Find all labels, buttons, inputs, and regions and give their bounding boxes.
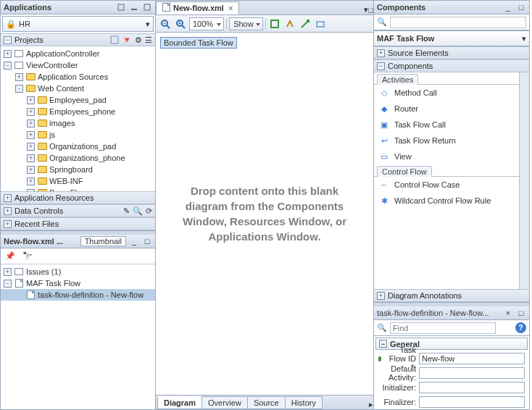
property-input[interactable] (419, 382, 525, 393)
minimize-icon[interactable]: _ (129, 236, 139, 246)
close-tab-icon[interactable]: × (228, 4, 233, 12)
tree-row[interactable]: +Springboard (1, 164, 155, 175)
dc-tool-2[interactable]: 🔍 (133, 206, 143, 216)
region-tool-icon[interactable] (268, 17, 281, 30)
zoom-level-combo[interactable]: 100% (189, 17, 224, 30)
component-item[interactable]: ▭View (374, 148, 519, 164)
view-tab-source[interactable]: Source (247, 396, 286, 409)
expand-icon[interactable]: + (15, 73, 23, 81)
tree-row[interactable]: +WEB-INF (1, 175, 155, 187)
property-input[interactable] (419, 367, 525, 379)
tree-row[interactable]: +Employees_phone (1, 106, 155, 117)
component-item[interactable]: ▣Task Flow Call (374, 117, 519, 133)
components-panel-header: Components _ □ (374, 1, 529, 14)
zoom-out-icon[interactable] (159, 17, 172, 30)
tree-row[interactable]: -MAF Task Flow (1, 277, 155, 289)
expand-icon[interactable]: + (27, 166, 35, 174)
zoom-in-icon[interactable] (174, 17, 187, 30)
expand-icon[interactable]: + (27, 108, 35, 116)
component-item[interactable]: ↩Task Flow Return (374, 133, 519, 148)
collapse-icon[interactable]: - (4, 280, 12, 288)
flow-tool-icon[interactable] (283, 17, 296, 30)
projects-toolbar-3[interactable]: ⚙ (135, 35, 142, 45)
collapse-icon[interactable]: − (377, 62, 385, 70)
view-tab-diagram[interactable]: Diagram (157, 396, 202, 409)
component-item[interactable]: ✱Wildcard Control Flow Rule (374, 193, 519, 209)
thumbnail-tab[interactable]: Thumbnail (80, 236, 126, 246)
expand-icon[interactable]: + (4, 194, 12, 202)
component-item[interactable]: ◇Method Call (374, 85, 519, 101)
show-menu-button[interactable]: Show (229, 17, 263, 30)
recent-files-header[interactable]: +Recent Files (1, 217, 155, 230)
component-item[interactable]: ◆Router (374, 101, 519, 117)
data-controls-header[interactable]: +Data Controls ✎🔍⟳ (1, 204, 155, 217)
projects-toolbar-2[interactable]: 🔻 (122, 35, 132, 45)
expand-icon[interactable]: + (27, 154, 35, 162)
expand-icon[interactable]: + (4, 220, 12, 228)
expand-icon[interactable]: + (4, 268, 12, 276)
tree-row[interactable]: -Web Content (1, 83, 155, 94)
projects-toolbar-1[interactable] (110, 35, 119, 44)
expand-icon[interactable]: + (27, 177, 35, 185)
collapse-icon[interactable]: - (4, 62, 12, 70)
restore-icon[interactable]: □ (516, 2, 526, 12)
tree-row[interactable]: +Employees_pad (1, 94, 155, 106)
maximize-icon[interactable]: □ (368, 6, 373, 14)
tree-row[interactable]: +Application Sources (1, 71, 155, 83)
tree-row[interactable]: +js (1, 129, 155, 141)
restore-icon[interactable]: □ (142, 236, 152, 246)
help-icon[interactable]: ? (515, 322, 526, 333)
expand-icon[interactable]: + (27, 120, 35, 127)
tree-row[interactable]: +Issues (1) (1, 266, 155, 277)
components-scrollbar[interactable] (519, 72, 529, 289)
tree-row[interactable]: +Organizations_phone (1, 152, 155, 164)
application-selector[interactable]: 🔒 HR ▾ (2, 16, 154, 32)
property-input[interactable] (419, 353, 525, 364)
diagram-annotations-header[interactable]: +Diagram Annotations (374, 289, 529, 302)
components-section-header[interactable]: −Components (374, 59, 529, 72)
expand-icon[interactable]: + (4, 50, 12, 58)
dc-tool-1[interactable]: ✎ (123, 206, 130, 216)
structure-panel-header: New-flow.xml ... Thumbnail _ □ (1, 235, 155, 248)
collapse-icon[interactable]: − (4, 36, 12, 44)
expand-icon[interactable]: + (27, 143, 35, 151)
app-resources-header[interactable]: +Application Resources (1, 191, 155, 204)
expand-icon[interactable]: + (4, 207, 12, 215)
expand-icon[interactable]: + (27, 96, 35, 104)
editor-tab[interactable]: New-flow.xml × (156, 1, 239, 14)
expand-icon[interactable]: + (27, 131, 35, 139)
projects-section-header[interactable]: − Projects 🔻 ⚙ ☰ (1, 33, 155, 46)
panel-menu-icon[interactable] (116, 2, 126, 12)
structure-tree[interactable]: +Issues (1)-MAF Task Flow task-flow-defi… (1, 264, 155, 409)
folder-icon (36, 141, 48, 151)
minimize-icon[interactable]: _ (503, 2, 513, 12)
projects-tree[interactable]: +ApplicationController-ViewController+Ap… (1, 46, 155, 191)
close-icon[interactable]: × (503, 308, 513, 318)
diagram-canvas[interactable]: Bounded Task Flow Drop content onto this… (156, 33, 373, 395)
find-icon[interactable]: 🔭 (21, 250, 34, 263)
restore-icon[interactable] (142, 2, 152, 12)
refresh-icon[interactable]: ⟳ (146, 206, 152, 216)
tree-row[interactable]: task-flow-definition - New-flow (1, 289, 155, 301)
expand-icon[interactable]: + (377, 49, 385, 57)
tree-row[interactable]: -ViewController (1, 59, 155, 71)
freeze-icon[interactable]: 📌 (4, 250, 17, 263)
view-tab-history[interactable]: History (285, 396, 323, 409)
properties-find-input[interactable] (390, 322, 496, 334)
collapse-icon[interactable]: - (15, 85, 23, 93)
component-item[interactable]: ←Control Flow Case (374, 177, 519, 193)
minimize-icon[interactable] (129, 2, 139, 12)
tree-row[interactable]: +images (1, 117, 155, 129)
link-tool-icon[interactable] (299, 17, 312, 30)
source-elements-header[interactable]: +Source Elements (374, 46, 529, 59)
component-category-selector[interactable]: MAF Task Flow ▾ (374, 30, 529, 46)
tree-row[interactable]: +Organizations_pad (1, 141, 155, 152)
property-input[interactable] (419, 396, 525, 408)
expand-icon[interactable]: + (377, 292, 385, 300)
view-tab-overview[interactable]: Overview (201, 396, 248, 409)
more-tool-icon[interactable] (314, 17, 327, 30)
components-search-input[interactable] (390, 17, 526, 28)
tree-row[interactable]: +ApplicationController (1, 48, 155, 59)
projects-toolbar-4[interactable]: ☰ (145, 35, 152, 45)
restore-icon[interactable]: □ (516, 308, 526, 318)
